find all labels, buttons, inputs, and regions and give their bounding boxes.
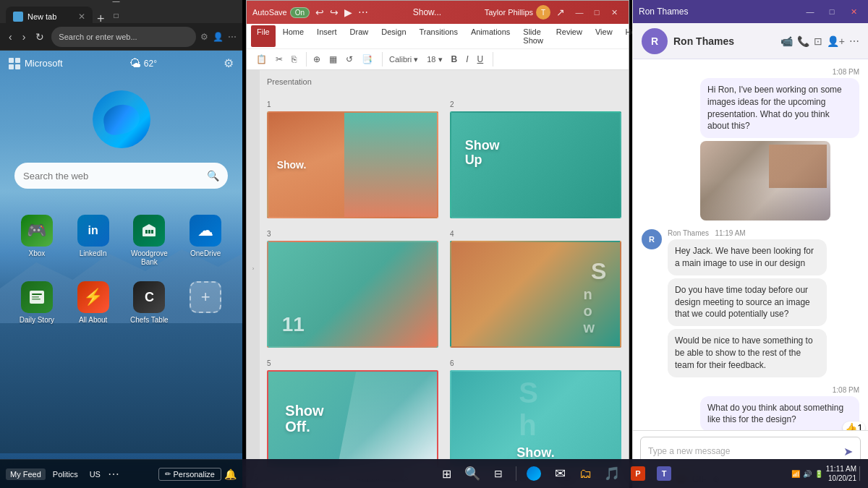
underline-button[interactable]: U [474, 52, 488, 67]
show-desktop-icon[interactable] [859, 466, 862, 481]
taskbar-teams-icon[interactable]: T [652, 462, 676, 485]
apps-grid-icon[interactable] [9, 58, 20, 69]
back-button[interactable]: ‹ [6, 30, 15, 44]
app-icon-add[interactable]: + [180, 277, 231, 329]
slide-thumb-4[interactable]: 4 S now [450, 230, 621, 348]
more-icon[interactable]: ⋯ [228, 32, 237, 42]
personalize-button[interactable]: Personalize [158, 468, 221, 481]
menu-draw[interactable]: Draw [344, 25, 375, 47]
notifications-bell-icon[interactable]: 🔔 [224, 468, 237, 480]
browser-minimize-button[interactable]: — [109, 0, 124, 8]
slide-preview-1[interactable]: Show. [267, 111, 438, 218]
ppt-collapse-panel[interactable]: › [247, 70, 260, 467]
reset-button[interactable]: ↺ [342, 52, 357, 67]
teams-minimize-button[interactable]: — [801, 3, 819, 20]
search-input[interactable] [23, 171, 201, 181]
slide-preview-3[interactable]: 11 [267, 241, 438, 348]
new-slide-button[interactable]: ⊕ [310, 52, 324, 67]
browser-maximize-button[interactable]: □ [109, 8, 124, 22]
autosave-toggle[interactable]: On [290, 7, 310, 18]
taskbar-ppt-icon[interactable]: P [626, 462, 650, 485]
app-icon-linkedin[interactable]: in LinkedIn [68, 210, 119, 271]
menu-home[interactable]: Home [277, 25, 310, 47]
layout-button[interactable]: ▦ [326, 52, 341, 67]
slide-preview-2[interactable]: ShowUp [450, 111, 621, 218]
taskbar-edge-icon[interactable] [522, 462, 545, 485]
menu-file[interactable]: File [251, 25, 276, 47]
undo-icon[interactable]: ↩ [314, 5, 326, 20]
slide-preview-6[interactable]: Show Show. [450, 370, 621, 467]
woodgrove-icon [133, 215, 165, 247]
menu-animations[interactable]: Animations [465, 25, 516, 47]
tab-close-button[interactable]: ✕ [78, 12, 85, 22]
search-submit-icon[interactable]: 🔍 [207, 170, 219, 181]
app-icon-woodgrove[interactable]: Woodgrove Bank [124, 210, 175, 271]
battery-icon[interactable]: 🔋 [814, 470, 823, 478]
fontsize-selector[interactable]: 18 ▾ [423, 53, 446, 67]
taskbar-mail-icon[interactable]: ✉ [548, 462, 571, 485]
present-icon[interactable]: ▶ [343, 5, 354, 20]
news-tab-myfeed[interactable]: My Feed [6, 468, 46, 480]
search-box[interactable]: 🔍 [14, 163, 228, 189]
section-button[interactable]: 📑 [358, 52, 376, 67]
audio-call-icon[interactable]: 📞 [797, 35, 809, 47]
slide-preview-4[interactable]: S now [450, 241, 621, 348]
settings-gear-icon[interactable]: ⚙ [224, 56, 234, 70]
more-options-icon[interactable]: ⋯ [849, 35, 859, 47]
slide-thumb-2[interactable]: 2 ShowUp [450, 100, 621, 218]
system-clock[interactable]: 11:11 AM 10/20/21 [826, 464, 856, 483]
ppt-minimize-button[interactable]: — [571, 4, 588, 21]
menu-slideshow[interactable]: Slide Show [517, 25, 549, 47]
send-button[interactable]: ➤ [843, 445, 853, 458]
paste-button[interactable]: 📋 [252, 52, 271, 67]
cut-button[interactable]: ✂ [272, 52, 286, 67]
news-tab-politics[interactable]: Politics [48, 468, 82, 480]
more-quick-icon[interactable]: ⋯ [357, 5, 370, 20]
font-selector[interactable]: Calibri ▾ [386, 53, 422, 67]
more-news-icon[interactable]: ⋯ [108, 467, 119, 481]
slide-thumb-3[interactable]: 3 11 [267, 230, 438, 348]
profile-icon[interactable]: 👤 [213, 32, 224, 42]
app-icon-daily[interactable]: Daily Story [12, 277, 62, 329]
screenshare-icon[interactable]: ⊡ [814, 35, 822, 47]
ppt-slides-panel[interactable]: Presentation 1 Show. 2 [260, 70, 629, 467]
taskview-button[interactable]: ⊟ [487, 462, 510, 485]
taskbar-files-icon[interactable]: 🗂 [574, 462, 597, 485]
add-people-icon[interactable]: 👤+ [827, 35, 845, 47]
message-input-placeholder[interactable]: Type a new message [648, 446, 843, 456]
address-input[interactable] [51, 27, 196, 47]
menu-design[interactable]: Design [375, 25, 412, 47]
menu-transitions[interactable]: Transitions [414, 25, 464, 47]
slide-thumb-6[interactable]: 6 Show Show. [450, 359, 621, 467]
teams-messages-area[interactable]: 1:08 PM Hi Ron, I've been working on som… [633, 59, 868, 430]
search-taskbar-button[interactable]: 🔍 [461, 462, 484, 485]
app-icon-allabout[interactable]: ⚡ All About [68, 277, 119, 329]
share-ppt-icon[interactable]: ↗ [555, 5, 566, 20]
teams-close-button[interactable]: ✕ [845, 3, 862, 20]
menu-view[interactable]: View [590, 25, 618, 47]
forward-button[interactable]: › [20, 30, 29, 44]
menu-review[interactable]: Review [550, 25, 588, 47]
taskbar-music-icon[interactable]: 🎵 [600, 462, 624, 485]
slide-thumb-1[interactable]: 1 Show. [267, 100, 438, 218]
app-icon-chefs[interactable]: C Chefs Table [124, 277, 175, 329]
copy-button[interactable]: ⎘ [288, 52, 300, 67]
menu-insert[interactable]: Insert [311, 25, 343, 47]
video-call-icon[interactable]: 📹 [780, 35, 793, 47]
italic-button[interactable]: I [462, 52, 472, 67]
slide-thumb-5[interactable]: 5 ShowOff. [267, 359, 438, 467]
app-icon-xbox[interactable]: 🎮 Xbox [12, 210, 62, 271]
ppt-maximize-button[interactable]: □ [588, 4, 605, 21]
refresh-button[interactable]: ↻ [33, 30, 47, 44]
speaker-icon[interactable]: 🔊 [803, 470, 812, 478]
slide-preview-5[interactable]: ShowOff. [267, 370, 438, 467]
wifi-icon[interactable]: 📶 [791, 470, 800, 478]
news-tab-us[interactable]: US [85, 468, 105, 480]
teams-maximize-button[interactable]: □ [823, 3, 841, 20]
extensions-icon[interactable]: ⚙ [200, 32, 208, 42]
start-button[interactable]: ⊞ [435, 462, 458, 485]
bold-button[interactable]: B [448, 52, 461, 67]
ppt-close-button[interactable]: ✕ [605, 4, 623, 21]
app-icon-onedrive[interactable]: ☁ OneDrive [180, 210, 231, 271]
redo-icon[interactable]: ↪ [328, 5, 340, 20]
